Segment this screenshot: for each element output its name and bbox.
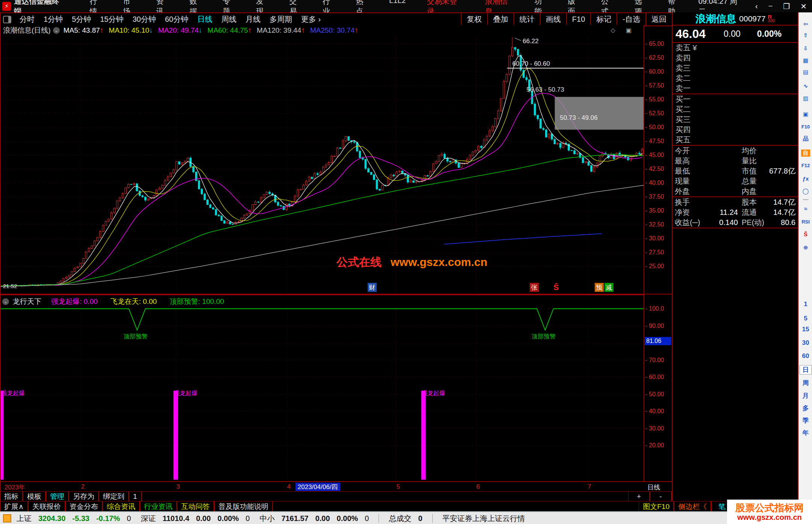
strip-period-多[interactable]: 多: [799, 404, 812, 412]
indicator-chart[interactable]: 强龙起爆强龙起爆强龙起爆顶部预警顶部预警: [0, 307, 644, 481]
strip-period-日[interactable]: 日: [800, 365, 812, 375]
quote-panel-header[interactable]: 浪潮信息 000977 R300: [673, 12, 798, 26]
tab-互动问答[interactable]: 互动问答: [177, 501, 214, 512]
event-marker-财[interactable]: 财: [368, 283, 377, 292]
strip-period-60[interactable]: 60: [799, 352, 812, 360]
tab-管理[interactable]: 管理: [46, 492, 69, 501]
tab-模板[interactable]: 模板: [23, 492, 46, 501]
strip-period-15[interactable]: 15: [799, 326, 812, 333]
period-多周期[interactable]: 多周期: [270, 14, 292, 24]
quote-info-grid: 今开均价最高量比最低市值677.8亿现量总量外盘内盘: [673, 146, 798, 196]
layout-toggle-icon[interactable]: [3, 16, 11, 23]
index-chg: -5.33: [72, 514, 89, 523]
back-arrow-icon[interactable]: ⇦: [799, 21, 812, 27]
buy-level-row[interactable]: 买二: [673, 104, 798, 115]
strip-period-月[interactable]: 月: [799, 391, 812, 400]
signal-icon[interactable]: Ŝ: [799, 231, 812, 237]
up-arrow-icon[interactable]: ⇧: [799, 32, 812, 39]
buy-level-row[interactable]: 买一: [673, 94, 798, 104]
period-5分钟[interactable]: 5分钟: [72, 14, 91, 24]
formula-icon[interactable]: ƒx: [799, 175, 812, 182]
line-chart-icon[interactable]: ∿: [799, 83, 812, 89]
tab-1[interactable]: 1: [129, 492, 142, 501]
tool-统计[interactable]: 统计: [514, 13, 540, 26]
strip-period-1[interactable]: 1: [799, 301, 812, 308]
circle-icon[interactable]: ◯: [799, 188, 812, 195]
sell-level-row[interactable]: 卖四: [673, 53, 798, 63]
move-icon[interactable]: ⊕: [799, 244, 812, 251]
zoom-out-button[interactable]: -: [650, 492, 672, 501]
minimize-button[interactable]: −: [768, 2, 773, 11]
strip-period-季[interactable]: 季: [799, 416, 812, 425]
strip-period-30[interactable]: 30: [799, 339, 812, 347]
index-name-上证[interactable]: 上证: [17, 513, 32, 524]
event-marker-Ŝ[interactable]: Ŝ: [551, 283, 561, 292]
tool-叠加[interactable]: 叠加: [487, 13, 514, 26]
chart-corner-icons[interactable]: ◇ ▣: [611, 27, 636, 34]
tab-行业资讯[interactable]: 行业资讯: [140, 501, 177, 512]
tab-关联报价[interactable]: 关联报价: [28, 501, 65, 512]
history-back-button[interactable]: ‹: [755, 2, 758, 11]
tab-综合资讯[interactable]: 综合资讯: [103, 501, 140, 512]
info-row: 换手股本14.7亿: [673, 197, 798, 207]
tab-扩展∧[interactable]: 扩展∧: [0, 501, 28, 512]
time-tick: 7: [588, 483, 591, 491]
zoom-in-button[interactable]: +: [628, 492, 650, 501]
status-icon[interactable]: [3, 514, 11, 522]
strip-period-5[interactable]: 5: [799, 315, 812, 322]
period-日线[interactable]: 日线: [197, 14, 212, 24]
tool-标记[interactable]: 标记: [590, 13, 617, 26]
collapse-icon[interactable]: ⌄: [53, 27, 60, 34]
rsi-icon[interactable]: RSI: [799, 219, 812, 225]
stock-name: 浪潮信息: [695, 12, 736, 26]
event-marker-减[interactable]: 减: [604, 283, 614, 292]
tool-复权[interactable]: 复权: [461, 13, 487, 26]
tab-绑定到[interactable]: 绑定到: [99, 492, 129, 501]
down-arrow-icon[interactable]: ⇩: [799, 45, 812, 52]
collapse-icon[interactable]: ⌄: [2, 298, 9, 305]
tool-画线[interactable]: 画线: [540, 13, 566, 26]
tab-图文F10[interactable]: 图文F10: [639, 501, 674, 512]
index-name-深证[interactable]: 深证: [141, 513, 156, 524]
f10-icon[interactable]: F10: [799, 124, 812, 130]
main-candlestick-chart[interactable]: 66.2260.70 - 60.6056.63 - 50.7350.73 - 4…: [0, 36, 644, 294]
event-marker-张[interactable]: 张: [530, 283, 539, 292]
period-60分钟[interactable]: 60分钟: [165, 14, 188, 24]
close-button[interactable]: ✕: [800, 2, 807, 11]
buy-level-row[interactable]: 买三: [673, 115, 798, 125]
period-月线[interactable]: 月线: [245, 14, 261, 24]
quote-grid-icon[interactable]: ▦: [799, 57, 812, 64]
tab-指标[interactable]: 指标: [0, 492, 23, 501]
period-30分钟[interactable]: 30分钟: [133, 14, 156, 24]
sell-level-row[interactable]: 卖三: [673, 63, 798, 73]
tab-普及版功能说明[interactable]: 普及版功能说明: [214, 501, 273, 512]
period-分时[interactable]: 分时: [20, 14, 35, 24]
period-周线[interactable]: 周线: [221, 14, 236, 24]
tool--自选[interactable]: -自选: [617, 13, 645, 26]
custom-icon[interactable]: 自: [801, 149, 810, 157]
buy-level-row[interactable]: 买四: [673, 125, 798, 135]
event-marker-预[interactable]: 预: [595, 283, 604, 292]
restore-button[interactable]: ❐: [783, 2, 790, 11]
pages-icon[interactable]: ▣: [799, 111, 812, 118]
period-更多 ›[interactable]: 更多 ›: [301, 14, 321, 24]
sell-level-row[interactable]: 卖二: [673, 73, 798, 83]
period-15分钟[interactable]: 15分钟: [100, 14, 123, 24]
tool-返回[interactable]: 返回: [645, 13, 672, 26]
waves-icon[interactable]: ≈: [799, 205, 812, 212]
tab-资金分布[interactable]: 资金分布: [65, 501, 103, 512]
buy-level-row[interactable]: 买五: [673, 135, 798, 145]
strip-period-周[interactable]: 周: [799, 379, 812, 387]
tree-icon[interactable]: 品: [799, 135, 812, 142]
strip-period-年[interactable]: 年: [799, 429, 812, 437]
tab-侧边栏《[interactable]: 侧边栏《: [674, 501, 711, 512]
tab-另存为[interactable]: 另存为: [69, 492, 99, 501]
tool-F10[interactable]: F10: [566, 13, 590, 26]
list-icon[interactable]: ▤: [799, 69, 812, 76]
sell-level-row[interactable]: 卖五 ¥: [673, 43, 798, 53]
f12-icon[interactable]: F12: [799, 163, 812, 168]
period-1分钟[interactable]: 1分钟: [44, 14, 63, 24]
index-name-中小[interactable]: 中小: [259, 513, 274, 524]
sell-level-row[interactable]: 卖一: [673, 83, 798, 94]
candle-chart-icon[interactable]: ▥: [799, 95, 812, 102]
